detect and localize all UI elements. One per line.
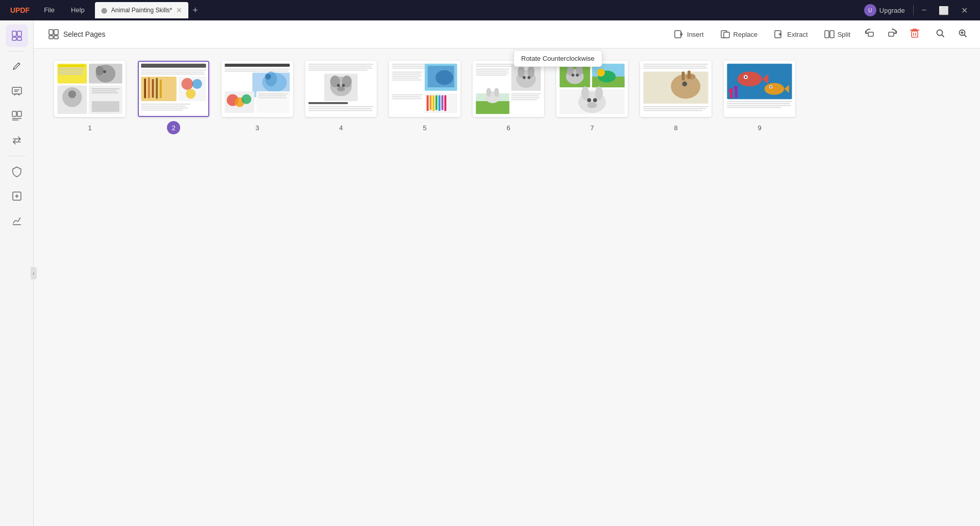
- svg-rect-87: [258, 93, 288, 94]
- page-number-7: 7: [585, 121, 599, 134]
- svg-rect-125: [445, 95, 447, 111]
- upgrade-button[interactable]: U Upgrade: [860, 2, 909, 18]
- titlebar: UPDF File Help ⬤ Animal Painting Skills*…: [0, 0, 980, 20]
- page-thumb-1[interactable]: [54, 61, 126, 117]
- page-item-5[interactable]: 5: [389, 61, 460, 134]
- maximize-button[interactable]: ⬜: [935, 4, 953, 17]
- sidebar-item-pages[interactable]: [6, 25, 28, 47]
- tab-bar: ⬤ Animal Painting Skills* ✕ +: [93, 2, 860, 18]
- search-button[interactable]: [931, 26, 949, 43]
- document-tab[interactable]: ⬤ Animal Painting Skills* ✕: [95, 2, 188, 18]
- sidebar-item-edit[interactable]: [6, 56, 28, 78]
- page-item-1[interactable]: 1: [54, 61, 126, 134]
- sidebar-toggle[interactable]: ‹: [31, 267, 37, 279]
- svg-point-101: [337, 86, 345, 91]
- svg-rect-24: [830, 31, 834, 38]
- menu-help[interactable]: Help: [63, 0, 93, 20]
- svg-rect-63: [152, 79, 154, 98]
- page-thumb-2[interactable]: [138, 61, 209, 117]
- page-thumb-3[interactable]: [222, 61, 293, 117]
- close-button[interactable]: ✕: [957, 4, 972, 17]
- tooltip-text: Rotate Counterclockwise: [521, 55, 595, 62]
- page-thumb-5[interactable]: [389, 61, 460, 117]
- zoom-button[interactable]: [953, 26, 972, 43]
- page-item-2[interactable]: 2: [138, 61, 209, 134]
- svg-point-161: [597, 68, 605, 76]
- replace-button[interactable]: Replace: [713, 26, 765, 42]
- tab-label: Animal Painting Skills*: [111, 7, 172, 14]
- page-number-6: 6: [502, 121, 515, 134]
- svg-rect-40: [58, 69, 84, 70]
- app-logo: UPDF: [4, 6, 36, 14]
- page-number-8: 8: [669, 121, 682, 134]
- page-preview-6: [474, 62, 543, 116]
- svg-rect-103: [308, 106, 373, 107]
- page-thumb-4[interactable]: [305, 61, 377, 117]
- svg-rect-86: [256, 91, 290, 113]
- upgrade-label: Upgrade: [879, 7, 905, 14]
- page-item-6[interactable]: 6: [473, 61, 544, 134]
- delete-button[interactable]: [904, 24, 925, 45]
- sidebar-divider-1: [9, 51, 25, 52]
- svg-rect-27: [912, 31, 918, 37]
- svg-point-100: [342, 84, 345, 87]
- toolbar-right: [925, 26, 972, 43]
- sidebar-item-protect[interactable]: [6, 160, 28, 183]
- svg-point-69: [186, 89, 195, 99]
- svg-point-177: [682, 82, 688, 87]
- select-pages-label: Select Pages: [63, 30, 106, 38]
- svg-rect-193: [730, 91, 732, 98]
- rotate-clockwise-button[interactable]: [882, 24, 902, 45]
- toolbar-actions: Insert Replace Extract: [667, 24, 925, 45]
- sidebar-item-convert[interactable]: [6, 129, 28, 152]
- extract-button[interactable]: Extract: [767, 26, 815, 42]
- page-thumb-9[interactable]: [724, 61, 795, 117]
- menu-bar: File Help: [36, 0, 93, 20]
- svg-rect-23: [825, 31, 829, 38]
- page-item-7[interactable]: 7: [556, 61, 628, 134]
- svg-rect-148: [511, 95, 539, 97]
- sidebar-item-sign[interactable]: [6, 209, 28, 232]
- page-preview-3: [223, 62, 292, 116]
- split-button[interactable]: Split: [817, 26, 857, 42]
- svg-rect-3: [17, 37, 21, 40]
- insert-button[interactable]: Insert: [667, 26, 711, 42]
- svg-point-185: [738, 71, 762, 86]
- new-tab-button[interactable]: +: [188, 5, 202, 16]
- svg-rect-128: [392, 98, 422, 99]
- sidebar-item-comment[interactable]: [6, 80, 28, 103]
- svg-rect-7: [12, 111, 16, 116]
- rotate-counterclockwise-button[interactable]: [860, 24, 880, 45]
- rotate-ccw-tooltip: Rotate Counterclockwise: [513, 50, 602, 67]
- select-pages-button[interactable]: Select Pages: [42, 29, 112, 40]
- svg-line-31: [942, 35, 944, 37]
- sidebar-item-compress[interactable]: [6, 185, 28, 207]
- page-item-8[interactable]: 8: [640, 61, 712, 134]
- svg-point-157: [576, 74, 579, 77]
- svg-point-145: [486, 88, 492, 97]
- page-preview-7: [557, 62, 627, 116]
- svg-rect-72: [141, 108, 188, 109]
- page-thumb-7[interactable]: [556, 61, 628, 117]
- convert-icon: [11, 135, 22, 146]
- edit-icon: [11, 61, 22, 73]
- page-number-2: 2: [167, 121, 180, 134]
- svg-rect-2: [12, 37, 16, 40]
- page-item-3[interactable]: 3: [222, 61, 293, 134]
- svg-rect-124: [442, 95, 444, 110]
- svg-point-136: [523, 76, 526, 79]
- page-thumb-6[interactable]: [473, 61, 544, 117]
- svg-rect-60: [141, 77, 176, 101]
- tab-close-button[interactable]: ✕: [176, 7, 182, 14]
- page-item-4[interactable]: 4: [305, 61, 377, 134]
- page-item-9[interactable]: 9: [724, 61, 795, 134]
- svg-rect-172: [643, 68, 707, 69]
- page-preview-1: [55, 62, 125, 116]
- page-number-3: 3: [251, 121, 264, 134]
- minimize-button[interactable]: −: [918, 4, 930, 17]
- svg-rect-59: [141, 74, 205, 75]
- menu-file[interactable]: File: [36, 0, 63, 20]
- page-thumb-8[interactable]: [640, 61, 712, 117]
- sidebar-item-organize[interactable]: [6, 105, 28, 127]
- svg-point-167: [593, 98, 597, 102]
